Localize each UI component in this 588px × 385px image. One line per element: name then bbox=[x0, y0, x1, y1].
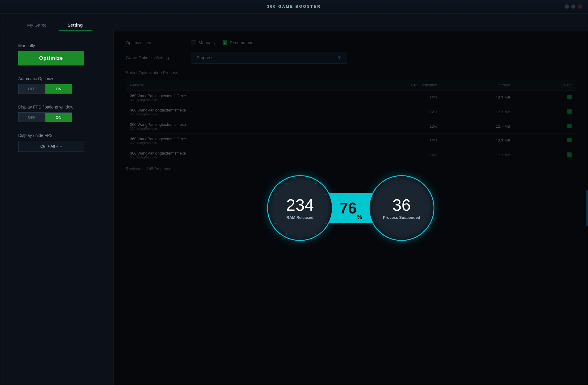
fps-hide-section: Display / hide FPS Ctrl + Alt + F bbox=[18, 133, 96, 152]
svg-line-23 bbox=[319, 229, 321, 231]
manually-label: Manually bbox=[18, 43, 96, 48]
svg-line-55 bbox=[286, 183, 287, 185]
svg-line-41 bbox=[274, 220, 276, 221]
svg-line-54 bbox=[283, 185, 285, 187]
svg-line-20 bbox=[325, 223, 327, 224]
svg-line-26 bbox=[312, 234, 313, 236]
tab-my-game[interactable]: My Game bbox=[18, 19, 56, 31]
fps-toggle-off[interactable]: OFF bbox=[18, 112, 45, 122]
optimize-button[interactable]: Optimize bbox=[18, 51, 84, 65]
svg-line-44 bbox=[271, 212, 274, 212]
title-bar: 360 GAME BOOSTER bbox=[0, 0, 588, 13]
svg-line-27 bbox=[309, 235, 310, 237]
fps-toggle-on[interactable]: ON bbox=[45, 112, 72, 122]
tab-bar: My Game Setting bbox=[0, 13, 588, 31]
window-controls[interactable] bbox=[565, 4, 582, 9]
svg-line-12 bbox=[327, 200, 329, 200]
svg-line-24 bbox=[317, 231, 318, 233]
right-panel[interactable]: Optimize Level Manually ✓ Recommand bbox=[114, 31, 588, 385]
svg-line-50 bbox=[275, 194, 277, 195]
svg-line-8 bbox=[321, 189, 323, 190]
svg-line-1 bbox=[304, 179, 304, 182]
svg-line-22 bbox=[321, 227, 323, 229]
svg-line-17 bbox=[328, 215, 330, 215]
left-panel: Manually Optimize Automatic Optimize OFF… bbox=[0, 31, 114, 385]
svg-line-57 bbox=[292, 181, 292, 183]
app-title: 360 GAME BOOSTER bbox=[267, 4, 321, 9]
toggle-on[interactable]: ON bbox=[45, 84, 72, 94]
svg-line-3 bbox=[309, 181, 310, 183]
svg-line-47 bbox=[272, 203, 274, 203]
percent-value: 76 bbox=[339, 199, 357, 217]
svg-line-10 bbox=[325, 194, 327, 195]
svg-line-21 bbox=[323, 225, 325, 227]
svg-line-28 bbox=[307, 236, 307, 238]
svg-line-56 bbox=[289, 182, 290, 184]
modal-container: // Generated inline below 234 RAM Releas… bbox=[267, 175, 434, 241]
auto-optimize-section: Automatic Optimize OFF ON bbox=[18, 76, 96, 94]
svg-line-9 bbox=[323, 191, 325, 193]
minimize-button[interactable] bbox=[565, 4, 569, 9]
svg-line-38 bbox=[279, 227, 281, 229]
cpu-label: Process Suspended bbox=[383, 215, 420, 220]
keybind-display: Ctrl + Alt + F bbox=[18, 141, 84, 152]
tab-setting[interactable]: Setting bbox=[59, 19, 92, 31]
svg-line-36 bbox=[283, 231, 285, 233]
center-percent-display: 76 % bbox=[327, 193, 375, 223]
svg-line-7 bbox=[319, 187, 321, 189]
svg-line-43 bbox=[272, 215, 274, 215]
svg-line-13 bbox=[328, 203, 330, 203]
svg-line-46 bbox=[271, 206, 274, 206]
svg-line-6 bbox=[317, 185, 318, 187]
svg-line-19 bbox=[326, 220, 328, 221]
svg-line-59 bbox=[298, 179, 298, 182]
fps-hide-label: Display / hide FPS bbox=[18, 133, 96, 138]
svg-line-42 bbox=[272, 217, 275, 218]
svg-line-18 bbox=[327, 217, 329, 218]
svg-line-52 bbox=[279, 189, 281, 190]
auto-optimize-label: Automatic Optimize bbox=[18, 76, 96, 81]
svg-line-25 bbox=[315, 233, 316, 235]
ram-gauge-ticks: // Generated inline below bbox=[268, 176, 334, 242]
svg-line-53 bbox=[281, 187, 282, 189]
cpu-gauge: 36 Process Suspended bbox=[369, 175, 434, 241]
svg-line-14 bbox=[328, 206, 330, 206]
ram-gauge: // Generated inline below 234 RAM Releas… bbox=[267, 175, 333, 241]
svg-line-11 bbox=[326, 197, 328, 198]
svg-line-32 bbox=[295, 236, 295, 238]
svg-line-2 bbox=[307, 180, 307, 182]
toggle-off[interactable]: OFF bbox=[18, 84, 45, 94]
svg-line-16 bbox=[328, 212, 330, 212]
svg-line-5 bbox=[315, 183, 316, 185]
svg-line-49 bbox=[274, 197, 276, 198]
svg-line-29 bbox=[304, 236, 304, 239]
svg-line-40 bbox=[275, 223, 277, 224]
svg-line-37 bbox=[281, 229, 282, 231]
optimization-overlay: // Generated inline below 234 RAM Releas… bbox=[114, 31, 588, 385]
svg-line-51 bbox=[277, 191, 278, 193]
svg-line-39 bbox=[277, 225, 278, 227]
manually-section: Manually Optimize bbox=[18, 43, 96, 65]
svg-line-31 bbox=[298, 236, 298, 239]
fps-window-toggle[interactable]: OFF ON bbox=[18, 112, 72, 122]
svg-line-34 bbox=[289, 234, 290, 236]
svg-line-48 bbox=[272, 200, 275, 200]
content-area: Manually Optimize Automatic Optimize OFF… bbox=[0, 31, 588, 385]
svg-line-58 bbox=[295, 180, 295, 182]
svg-line-33 bbox=[292, 235, 292, 237]
auto-optimize-toggle[interactable]: OFF ON bbox=[18, 84, 72, 94]
close-button[interactable] bbox=[578, 4, 582, 9]
cpu-value: 36 bbox=[392, 197, 411, 213]
maximize-button[interactable] bbox=[571, 4, 575, 9]
fps-window-label: Display FPS floationg window bbox=[18, 105, 96, 109]
svg-line-4 bbox=[312, 182, 313, 184]
percent-symbol: % bbox=[357, 214, 362, 221]
svg-line-35 bbox=[286, 233, 287, 235]
app-container: My Game Setting Manually Optimize Automa… bbox=[0, 13, 588, 385]
fps-window-section: Display FPS floationg window OFF ON bbox=[18, 105, 96, 122]
